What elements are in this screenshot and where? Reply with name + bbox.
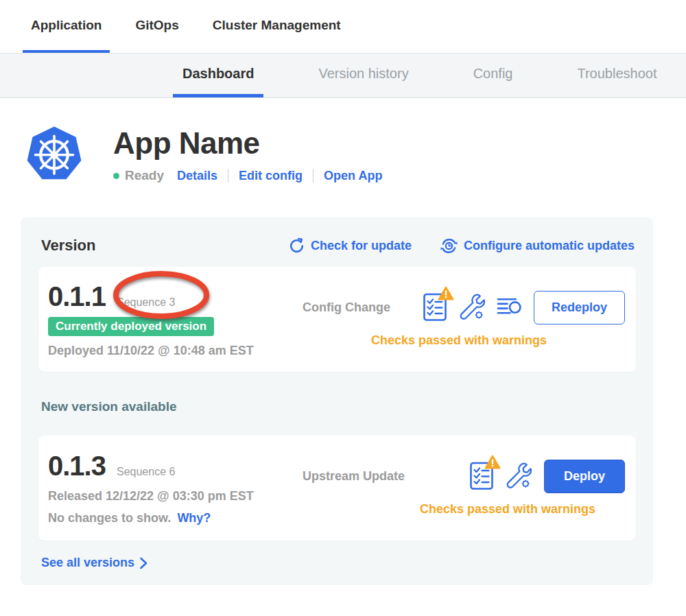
primary-nav: Application GitOps Cluster Management (0, 0, 686, 53)
kubernetes-logo-icon (25, 124, 84, 183)
edit-config-link[interactable]: Edit config (239, 169, 303, 183)
released-timestamp: Released 12/12/22 @ 03:30 pm EST (48, 489, 279, 504)
view-diff-icon[interactable] (497, 296, 522, 320)
edit-config-values-icon[interactable] (504, 461, 532, 493)
page-title: App Name (113, 127, 382, 160)
current-version-row: 0.1.1 Sequence 3 Currently deployed vers… (38, 267, 636, 372)
check-for-update-link[interactable]: Check for update (289, 237, 412, 254)
version-source-label: Upstream Update (303, 469, 405, 484)
tab-version-history[interactable]: Version history (309, 54, 418, 97)
deploy-button[interactable]: Deploy (544, 460, 625, 493)
currently-deployed-badge: Currently deployed version (48, 317, 214, 336)
nav-item-application[interactable]: Application (23, 0, 110, 53)
secondary-nav: Dashboard Version history Config Trouble… (0, 53, 686, 98)
checks-status-current[interactable]: Checks passed with warnings (303, 333, 625, 348)
version-card: Version Check for update Configure (21, 217, 653, 585)
version-section-title: Version (41, 237, 95, 254)
divider (228, 169, 228, 182)
wrench-gear-icon (504, 461, 532, 490)
deployed-timestamp: Deployed 11/10/22 @ 10:48 am EST (48, 344, 279, 358)
nav-item-gitops[interactable]: GitOps (127, 0, 187, 53)
tab-config[interactable]: Config (464, 54, 523, 97)
app-header: App Name Ready Details Edit config Open … (25, 124, 686, 183)
status-badge: Ready (125, 168, 164, 183)
warning-triangle-icon (438, 286, 454, 300)
preflight-checks-icon[interactable] (423, 292, 447, 324)
checks-status-available[interactable]: Checks passed with warnings (303, 502, 625, 517)
diff-note: No changes to show. Why? (48, 511, 279, 525)
tab-dashboard[interactable]: Dashboard (173, 54, 263, 97)
available-version-number: 0.1.3 (48, 451, 106, 482)
available-sequence-label: Sequence 6 (117, 466, 175, 478)
current-sequence-label: Sequence 3 (117, 296, 175, 309)
schedule-refresh-icon (440, 237, 458, 254)
warning-triangle-icon (484, 455, 501, 469)
details-link[interactable]: Details (177, 169, 217, 183)
wrench-gear-icon (458, 292, 486, 321)
status-ready-dot-icon (113, 173, 119, 179)
redeploy-button[interactable]: Redeploy (534, 291, 625, 324)
tab-troubleshoot[interactable]: Troubleshoot (567, 54, 666, 97)
divider (313, 169, 314, 182)
chevron-right-icon (139, 557, 147, 569)
refresh-icon (289, 238, 305, 254)
see-all-versions-link[interactable]: See all versions (41, 556, 147, 570)
configure-automatic-updates-link[interactable]: Configure automatic updates (440, 237, 635, 254)
file-lines-magnifier-icon (497, 296, 522, 317)
available-version-row: 0.1.3 Sequence 6 Released 12/12/22 @ 03:… (38, 436, 636, 541)
open-app-link[interactable]: Open App (324, 169, 382, 183)
preflight-checks-icon[interactable] (470, 461, 493, 493)
current-version-number: 0.1.1 (48, 281, 106, 312)
version-source-label: Config Change (303, 300, 390, 315)
edit-config-values-icon[interactable] (458, 292, 486, 324)
nav-item-cluster-management[interactable]: Cluster Management (204, 0, 349, 53)
why-link[interactable]: Why? (177, 511, 211, 525)
new-version-available-heading: New version available (41, 399, 636, 414)
